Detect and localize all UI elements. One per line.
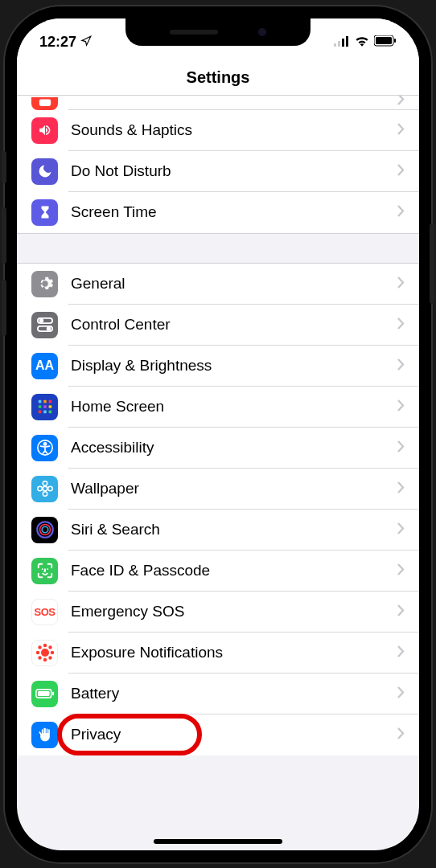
row-label: Display & Brightness <box>71 357 397 375</box>
row-exposure-notifications[interactable]: Exposure Notifications <box>17 633 419 674</box>
chevron-right-icon <box>397 686 405 702</box>
chevron-right-icon <box>397 604 405 620</box>
row-do-not-disturb[interactable]: Do Not Disturb <box>17 151 419 192</box>
front-camera <box>258 28 266 36</box>
chevron-right-icon <box>397 205 405 220</box>
face-id-icon <box>31 558 58 584</box>
hourglass-icon <box>31 199 58 226</box>
chevron-right-icon <box>397 563 405 579</box>
speaker <box>170 30 218 35</box>
row-label: Privacy <box>71 726 397 743</box>
svg-rect-43 <box>38 691 50 696</box>
row-screen-time[interactable]: Screen Time <box>17 192 419 233</box>
svg-point-24 <box>43 481 47 486</box>
cellular-signal-icon <box>334 34 350 51</box>
svg-rect-14 <box>48 400 51 403</box>
chevron-right-icon <box>397 522 405 538</box>
svg-point-31 <box>41 568 43 570</box>
svg-rect-19 <box>43 411 47 414</box>
settings-group-2: General Control Center AA Display & Brig… <box>17 264 419 755</box>
power-button <box>430 223 434 304</box>
svg-rect-0 <box>334 43 336 47</box>
svg-rect-16 <box>43 405 47 408</box>
row-control-center[interactable]: Control Center <box>17 305 419 346</box>
row-sounds-haptics[interactable]: Sounds & Haptics <box>17 110 419 151</box>
svg-rect-13 <box>43 400 47 403</box>
accessibility-icon <box>31 435 58 461</box>
chevron-right-icon <box>397 164 405 179</box>
svg-point-33 <box>41 649 49 657</box>
chevron-right-icon <box>397 358 405 374</box>
text-size-icon: AA <box>31 353 58 379</box>
row-emergency-sos[interactable]: SOS Emergency SOS <box>17 592 419 633</box>
svg-rect-12 <box>38 400 41 403</box>
flower-icon <box>31 476 58 502</box>
gear-icon <box>31 271 58 297</box>
wifi-icon <box>355 34 369 51</box>
home-grid-icon <box>31 394 58 420</box>
row-label: Exposure Notifications <box>71 644 397 661</box>
row-label: Screen Time <box>71 203 397 221</box>
battery-icon <box>31 681 58 707</box>
row-label: Face ID & Passcode <box>71 562 397 579</box>
row-notifications[interactable]: Notifications <box>17 96 419 110</box>
row-face-id-passcode[interactable]: Face ID & Passcode <box>17 551 419 592</box>
svg-point-41 <box>49 657 51 659</box>
svg-point-27 <box>47 486 51 491</box>
settings-list[interactable]: Notifications Sounds & Haptics <box>17 96 419 850</box>
svg-point-38 <box>39 646 41 649</box>
volume-down-button <box>2 280 6 336</box>
chevron-right-icon <box>397 96 405 108</box>
svg-rect-5 <box>376 37 392 44</box>
row-display-brightness[interactable]: AA Display & Brightness <box>17 346 419 387</box>
group-separator <box>17 233 419 264</box>
svg-rect-15 <box>38 405 41 408</box>
row-accessibility[interactable]: Accessibility <box>17 428 419 469</box>
nav-header: Settings <box>17 57 419 96</box>
svg-rect-1 <box>338 41 340 47</box>
row-label: Home Screen <box>71 398 397 416</box>
svg-rect-44 <box>52 692 54 695</box>
svg-point-39 <box>49 646 51 649</box>
status-time: 12:27 <box>39 34 76 51</box>
row-wallpaper[interactable]: Wallpaper <box>17 469 419 510</box>
row-home-screen[interactable]: Home Screen <box>17 387 419 428</box>
mute-switch <box>2 151 6 183</box>
toggles-icon <box>31 312 58 338</box>
row-label: Accessibility <box>71 439 397 457</box>
hand-icon <box>31 722 58 748</box>
svg-point-40 <box>39 657 41 659</box>
chevron-right-icon <box>397 727 405 743</box>
row-label: Control Center <box>71 316 397 334</box>
chevron-right-icon <box>397 440 405 456</box>
svg-rect-3 <box>346 36 348 47</box>
row-battery[interactable]: Battery <box>17 674 419 714</box>
row-label: Siri & Search <box>71 521 397 538</box>
row-general[interactable]: General <box>17 264 419 305</box>
svg-point-25 <box>43 492 47 497</box>
chevron-right-icon <box>397 399 405 415</box>
chevron-right-icon <box>397 123 405 138</box>
phone-frame: 12:27 Settings <box>5 6 431 862</box>
page-title: Settings <box>17 68 419 87</box>
row-siri-search[interactable]: Siri & Search <box>17 510 419 551</box>
svg-point-23 <box>43 486 47 491</box>
row-privacy[interactable]: Privacy <box>17 714 419 755</box>
chevron-right-icon <box>397 317 405 333</box>
row-label: General <box>71 275 397 293</box>
chevron-right-icon <box>397 645 405 661</box>
row-label: Battery <box>71 685 397 702</box>
svg-point-26 <box>37 486 42 491</box>
row-label: Emergency SOS <box>71 603 397 620</box>
sounds-icon <box>31 117 58 144</box>
svg-rect-7 <box>39 99 50 106</box>
svg-point-36 <box>36 652 39 654</box>
svg-point-37 <box>51 652 53 654</box>
svg-rect-2 <box>342 39 344 47</box>
row-label: Sounds & Haptics <box>71 121 397 139</box>
svg-point-32 <box>47 568 48 570</box>
home-indicator[interactable] <box>154 839 282 844</box>
exposure-icon <box>31 640 58 666</box>
screen: 12:27 Settings <box>17 18 419 850</box>
svg-rect-18 <box>38 411 41 414</box>
